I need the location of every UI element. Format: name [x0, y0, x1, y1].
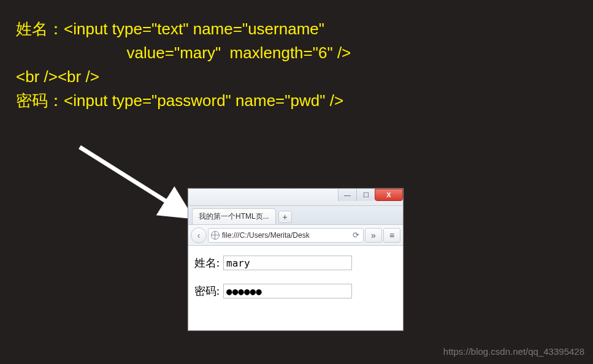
password-row: 密码: [194, 284, 397, 298]
arrow-icon [74, 141, 202, 233]
globe-icon [211, 231, 220, 240]
address-bar[interactable]: file:///C:/Users/Merita/Desk ⟳ [208, 228, 364, 243]
window-close-button[interactable]: X [375, 189, 403, 201]
more-button[interactable]: » [365, 228, 382, 243]
tab-strip: 我的第一个HTML页... + [188, 206, 403, 225]
code-line-1: 姓名：<input type="text" name="username" [16, 17, 351, 41]
svg-line-0 [80, 147, 187, 214]
code-line-3: <br /><br /> [16, 65, 351, 89]
code-line-4: 密码：<input type="password" name="pwd" /> [16, 89, 351, 113]
watermark: https://blog.csdn.net/qq_43395428 [443, 346, 584, 357]
back-button[interactable]: ‹ [191, 227, 207, 243]
new-tab-button[interactable]: + [278, 211, 292, 223]
username-input[interactable] [223, 256, 352, 270]
tab-title: 我的第一个HTML页... [199, 211, 269, 222]
username-label: 姓名: [194, 256, 220, 270]
page-content: 姓名: 密码: [188, 246, 403, 322]
window-titlebar: — ☐ X [188, 189, 403, 206]
url-text: file:///C:/Users/Merita/Desk [222, 231, 349, 240]
browser-window: — ☐ X 我的第一个HTML页... + ‹ file:///C:/Users… [188, 188, 404, 331]
password-input[interactable] [223, 284, 352, 298]
reload-icon[interactable]: ⟳ [351, 230, 361, 240]
window-maximize-button[interactable]: ☐ [356, 189, 375, 201]
window-minimize-button[interactable]: — [338, 189, 356, 201]
password-label: 密码: [194, 284, 220, 298]
code-line-2: value="mary" maxlength="6" /> [16, 41, 351, 65]
nav-bar: ‹ file:///C:/Users/Merita/Desk ⟳ » ≡ [188, 225, 403, 246]
code-snippet: 姓名：<input type="text" name="username" va… [16, 17, 351, 113]
menu-button[interactable]: ≡ [383, 228, 400, 243]
window-controls: — ☐ X [338, 189, 403, 201]
username-row: 姓名: [194, 256, 397, 270]
browser-tab[interactable]: 我的第一个HTML页... [192, 208, 276, 224]
